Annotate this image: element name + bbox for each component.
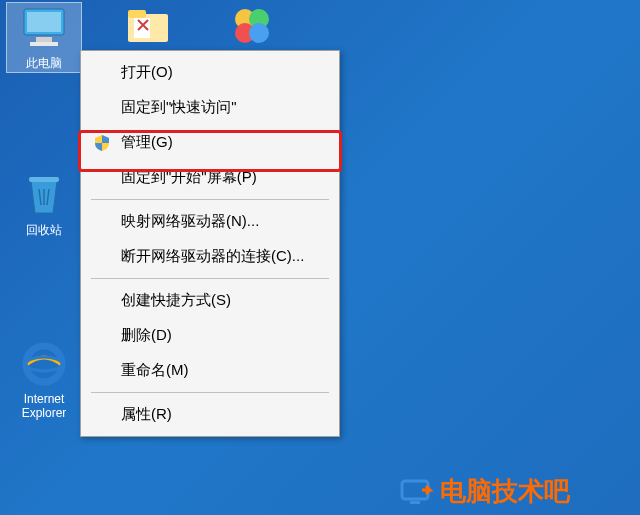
context-menu: 打开(O) 固定到"快速访问" 管理(G) 固定到"开始"屏幕(P) 映射网络驱… xyxy=(80,50,340,437)
ie-icon xyxy=(20,340,68,388)
watermark: 电脑技术吧 xyxy=(400,474,570,509)
desktop-icon-label: 此电脑 xyxy=(7,55,81,72)
clover-icon xyxy=(228,2,276,50)
desktop-icon-ie[interactable]: InternetExplorer xyxy=(6,340,82,420)
desktop-icon-this-pc[interactable]: 此电脑 xyxy=(6,2,82,73)
menu-item-delete[interactable]: 删除(D) xyxy=(83,318,337,353)
desktop-icon-folder[interactable] xyxy=(110,2,186,54)
menu-item-create-shortcut[interactable]: 创建快捷方式(S) xyxy=(83,283,337,318)
recycle-bin-icon xyxy=(20,170,68,218)
desktop-icon-app[interactable] xyxy=(214,2,290,54)
svg-rect-3 xyxy=(30,42,58,46)
folder-icon xyxy=(124,2,172,50)
menu-separator xyxy=(91,278,329,279)
menu-item-pin-start[interactable]: 固定到"开始"屏幕(P) xyxy=(83,160,337,195)
menu-item-map-drive[interactable]: 映射网络驱动器(N)... xyxy=(83,204,337,239)
svg-point-10 xyxy=(249,23,269,43)
svg-rect-5 xyxy=(128,10,146,18)
svg-rect-1 xyxy=(27,12,61,32)
menu-item-manage[interactable]: 管理(G) xyxy=(83,125,337,160)
menu-item-disconnect-drive[interactable]: 断开网络驱动器的连接(C)... xyxy=(83,239,337,274)
menu-item-pin-quick-access[interactable]: 固定到"快速访问" xyxy=(83,90,337,125)
desktop-icon-label: InternetExplorer xyxy=(6,392,82,420)
menu-item-properties[interactable]: 属性(R) xyxy=(83,397,337,432)
svg-rect-11 xyxy=(29,177,59,182)
svg-point-12 xyxy=(26,346,62,382)
shield-icon xyxy=(93,134,111,152)
computer-icon xyxy=(20,3,68,51)
menu-item-open[interactable]: 打开(O) xyxy=(83,55,337,90)
menu-item-rename[interactable]: 重命名(M) xyxy=(83,353,337,388)
svg-rect-2 xyxy=(36,37,52,42)
menu-separator xyxy=(91,392,329,393)
desktop-icon-label: 回收站 xyxy=(6,222,82,239)
watermark-icon xyxy=(400,478,434,506)
desktop-icon-recycle-bin[interactable]: 回收站 xyxy=(6,170,82,239)
menu-separator xyxy=(91,199,329,200)
svg-rect-15 xyxy=(410,501,420,504)
